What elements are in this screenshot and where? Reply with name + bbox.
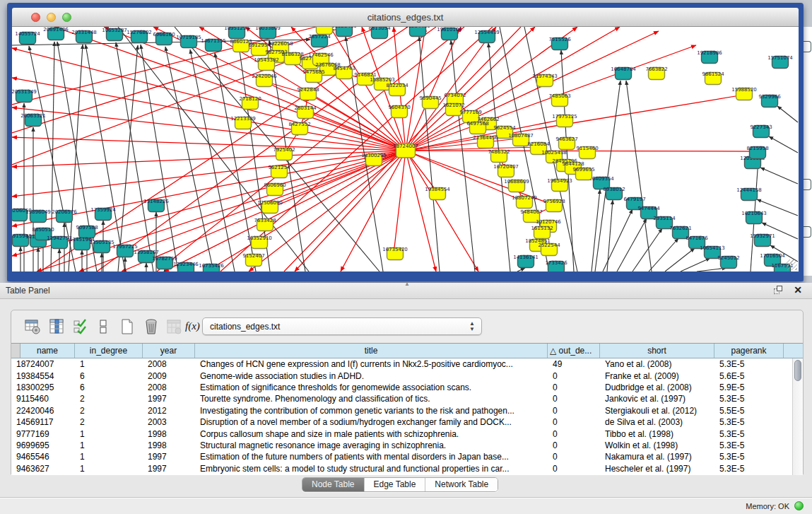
graph-node-label: 9484067 xyxy=(520,209,542,215)
graph-node-label: 26063321 xyxy=(20,113,46,119)
graph-node xyxy=(804,226,811,238)
table-vertical-scrollbar[interactable] xyxy=(792,358,803,475)
table-row[interactable]: 1456911722003Disruption of a novel membe… xyxy=(11,416,784,428)
table-row[interactable]: 2242004622012Investigating the contribut… xyxy=(11,405,784,416)
table-browser-box: f(x) citations_edges.txt ▲▼ name in_degr… xyxy=(11,310,804,475)
graph-node-label: 15751074 xyxy=(767,55,793,61)
column-header-in-degree[interactable]: in_degree xyxy=(75,344,143,358)
graph-node-label: 10719185 xyxy=(176,35,201,40)
graph-edge xyxy=(12,27,344,133)
graph-node-label: 8606960 xyxy=(264,182,286,188)
column-header-short[interactable]: short xyxy=(600,344,714,358)
tab-edge-table[interactable]: Edge Table xyxy=(365,478,426,491)
graph-node-label: 9329966 xyxy=(758,94,781,100)
graph-edge xyxy=(617,218,647,271)
graph-node-label: 8850510 xyxy=(32,227,54,233)
graph-edge xyxy=(632,228,662,271)
node-attribute-table: name in_degree year title △ out_de... sh… xyxy=(11,343,803,475)
function-builder-icon[interactable]: f(x) xyxy=(185,320,202,337)
graph-node-label: 1615132 xyxy=(531,226,553,231)
import-table-icon-disabled xyxy=(165,318,182,335)
row-height-icon[interactable] xyxy=(95,318,112,335)
table-row[interactable]: 969969511998Structural magnetic resonanc… xyxy=(11,440,784,451)
network-graph[interactable]: 1405572420691406203314481065328715276802… xyxy=(12,27,799,271)
select-attributes-icon[interactable] xyxy=(72,318,89,335)
graph-node-label: 22420046 xyxy=(252,74,277,79)
graph-node[interactable] xyxy=(317,27,333,35)
column-header-name[interactable]: name xyxy=(20,344,75,358)
graph-node-label: 7925402 xyxy=(273,147,295,153)
graph-edge xyxy=(451,40,475,271)
status-bar: Memory: OK xyxy=(0,497,812,514)
graph-node-label: 9861524 xyxy=(702,71,724,77)
show-column-icon[interactable] xyxy=(48,318,65,335)
network-canvas[interactable]: 1405572420691406203314481065328715276802… xyxy=(12,27,799,271)
table-row[interactable]: 1830029562008Estimation of significance … xyxy=(11,382,784,393)
column-settings-icon[interactable] xyxy=(24,318,41,335)
memory-status-label: Memory: OK xyxy=(746,502,789,510)
graph-node xyxy=(804,179,811,190)
graph-node-label: 10807487 xyxy=(508,133,534,139)
column-header-out-degree[interactable]: △ out_de... xyxy=(548,344,600,358)
table-corner-cell xyxy=(11,344,20,358)
graph-node-label: 8454743 xyxy=(333,66,355,71)
table-body: 1872400712008Changes of HCN gene express… xyxy=(11,358,792,475)
graph-node-label: 17359924 xyxy=(90,207,116,213)
graph-node-label: 16033809 xyxy=(255,27,281,31)
graph-edge-citation xyxy=(12,151,406,197)
graph-node-label: 17462546 xyxy=(308,52,334,58)
graph-node-label: 15885203 xyxy=(370,77,395,83)
table-source-select[interactable]: citations_edges.txt ▲▼ xyxy=(202,317,482,335)
scrollbar-thumb[interactable] xyxy=(794,360,801,381)
graph-node-label: 9245012 xyxy=(717,255,739,261)
graph-node-label: 17016504 xyxy=(760,253,785,259)
graph-node-label: 9699695 xyxy=(572,167,594,173)
table-row[interactable]: 1872400712008Changes of HCN gene express… xyxy=(11,358,784,370)
table-panel-title: Table Panel xyxy=(6,286,50,296)
graph-node-label: 8471676 xyxy=(686,235,708,241)
table-row[interactable]: 911546021997Tourette syndrome. Phenomeno… xyxy=(11,393,784,404)
graph-node-label: 18300295 xyxy=(361,153,387,158)
graph-node-label: 10543382 xyxy=(254,57,279,63)
graph-node-label: 9624554 xyxy=(493,125,516,131)
close-panel-icon[interactable]: ✕ xyxy=(794,284,802,296)
graph-node-label: 2718120 xyxy=(239,96,261,102)
new-document-icon[interactable] xyxy=(119,318,136,335)
table-row[interactable]: 946554611997Estimation of the future num… xyxy=(11,451,784,462)
graph-node-label: 10688609 xyxy=(504,179,529,185)
window-titlebar[interactable]: citations_edges.txt xyxy=(12,8,799,27)
graph-node-label: 9115460 xyxy=(576,146,598,151)
table-row[interactable]: 946362711997Embryonic stem cells: a mode… xyxy=(11,463,784,474)
column-header-title[interactable]: title xyxy=(195,344,548,358)
graph-node-label: 2803144 xyxy=(294,105,317,111)
splitter-handle[interactable]: ▲ xyxy=(403,282,411,286)
graph-node-label: 18951254 xyxy=(224,27,249,31)
delete-trash-icon[interactable] xyxy=(143,318,160,335)
tab-node-table[interactable]: Node Table xyxy=(302,478,365,491)
graph-node-label: 9844128 xyxy=(562,161,584,167)
graph-node-label: 11254439 xyxy=(405,27,430,29)
graph-node-label: 7515526 xyxy=(548,37,571,42)
graph-node-label: 13958167 xyxy=(134,250,159,255)
float-panel-icon[interactable] xyxy=(774,286,784,296)
graph-node-label: 9621254 xyxy=(268,165,290,170)
graph-node-label: 20331448 xyxy=(71,30,97,35)
graph-edge-citation xyxy=(406,151,478,271)
table-toolbar: f(x) citations_edges.txt ▲▼ xyxy=(11,310,803,343)
graph-node-label: 16210643 xyxy=(741,211,767,216)
graph-node-label: 9097588 xyxy=(76,225,98,230)
graph-node-label: 10120746 xyxy=(536,219,561,225)
table-row[interactable]: 1938455462009Genome-wide association stu… xyxy=(11,370,784,381)
tab-network-table[interactable]: Network Table xyxy=(425,478,498,491)
graph-node-label: 9463627 xyxy=(555,136,577,142)
window-resize-grip[interactable] xyxy=(787,259,797,270)
combo-arrows-icon: ▲▼ xyxy=(469,321,475,332)
graph-node-label: 14055724 xyxy=(15,31,40,37)
table-row[interactable]: 977716911998Corpus callosum shape and si… xyxy=(11,428,784,439)
graph-node-label: 12213389 xyxy=(230,116,256,122)
graph-node-label: 10653287 xyxy=(102,28,127,33)
network-view-window[interactable]: citations_edges.txt 14055724206914062033… xyxy=(7,3,804,281)
column-header-year[interactable]: year xyxy=(143,344,195,358)
column-header-pagerank[interactable]: pagerank xyxy=(714,344,784,358)
graph-node-label: 6479197 xyxy=(623,197,645,202)
